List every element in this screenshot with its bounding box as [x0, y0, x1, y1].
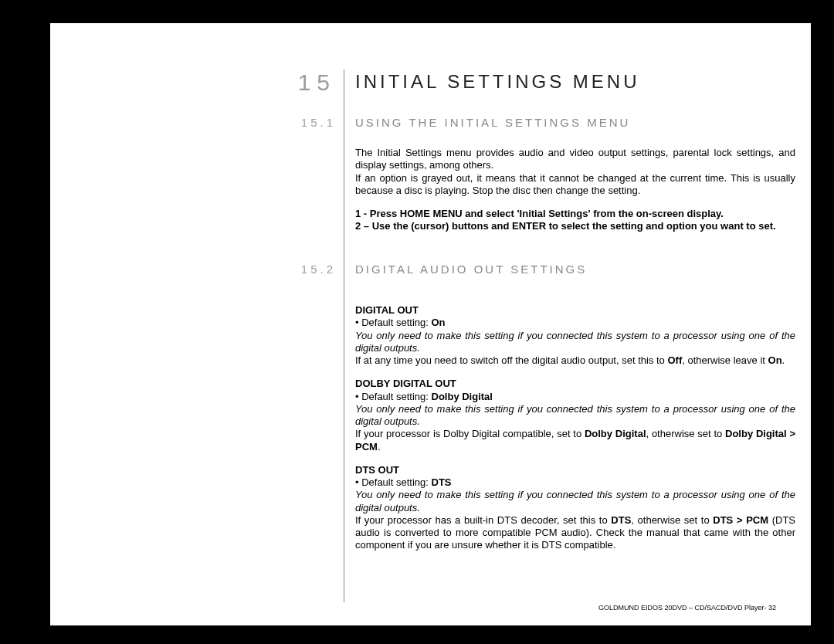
section-body: DIGITAL OUT • Default setting: On You on…	[355, 293, 795, 552]
default-setting: • Default setting: DTS	[355, 476, 795, 489]
default-value: Dolby Digital	[432, 391, 493, 402]
page-footer: GOLDMUND EIDOS 20DVD – CD/SACD/DVD Playe…	[598, 604, 776, 612]
default-label: • Default setting:	[355, 391, 432, 402]
section-number: 15.2	[301, 263, 336, 276]
default-value: On	[432, 317, 446, 328]
description: If your processor has a built-in DTS dec…	[355, 514, 795, 552]
paragraph: The Initial Settings menu provides audio…	[355, 147, 795, 172]
text: , otherwise set to	[631, 514, 713, 526]
section-title-cell: USING THE INITIAL SETTINGS MENU	[355, 116, 795, 130]
step: 2 – Use the (cursor) buttons and ENTER t…	[355, 220, 795, 232]
section-number-cell: 15.1	[50, 116, 336, 130]
section-title: USING THE INITIAL SETTINGS MENU	[355, 116, 630, 129]
note: You only need to make this setting if yo…	[355, 489, 795, 514]
chapter-number: 15	[298, 69, 336, 95]
default-setting: • Default setting: On	[355, 317, 795, 329]
value-off: Off	[667, 354, 682, 366]
text: If your processor is Dolby Digital compa…	[355, 428, 585, 439]
text: If at any time you need to switch off th…	[355, 354, 667, 366]
default-label: • Default setting:	[355, 317, 432, 328]
default-label: • Default setting:	[355, 476, 432, 488]
setting-heading: DIGITAL OUT	[355, 304, 795, 317]
value-dts: DTS	[611, 514, 631, 526]
section-number: 15.1	[301, 116, 336, 129]
description: If your processor is Dolby Digital compa…	[355, 428, 795, 453]
note: You only need to make this setting if yo…	[355, 403, 795, 429]
vertical-divider	[344, 69, 344, 602]
text: If your processor has a built-in DTS dec…	[355, 514, 611, 526]
default-value: DTS	[432, 476, 452, 488]
text: , otherwise leave it	[682, 354, 768, 366]
chapter-number-cell: 15	[50, 69, 336, 96]
note: You only need to make this setting if yo…	[355, 330, 795, 355]
section-body: The Initial Settings menu provides audio…	[355, 147, 795, 233]
setting-heading: DOLBY DIGITAL OUT	[355, 378, 795, 390]
step: 1 - Press HOME MENU and select 'Initial …	[355, 208, 795, 220]
value-dolby: Dolby Digital	[585, 428, 646, 439]
description: If at any time you need to switch off th…	[355, 354, 795, 367]
document-page: 15 INITIAL SETTINGS MENU 15.1 USING THE …	[50, 23, 811, 625]
section-number-cell: 15.2	[50, 263, 336, 276]
text: .	[782, 354, 785, 366]
section-title-cell: DIGITAL AUDIO OUT SETTINGS	[355, 263, 795, 276]
value-on: On	[768, 354, 782, 366]
section-title: DIGITAL AUDIO OUT SETTINGS	[355, 263, 587, 276]
chapter-title-cell: INITIAL SETTINGS MENU	[355, 71, 795, 93]
text: .	[378, 441, 381, 452]
setting-heading: DTS OUT	[355, 464, 795, 476]
chapter-title: INITIAL SETTINGS MENU	[355, 71, 639, 92]
default-setting: • Default setting: Dolby Digital	[355, 391, 795, 403]
value-dts-pcm: DTS > PCM	[713, 514, 768, 526]
text: , otherwise set to	[646, 428, 726, 439]
paragraph: If an option is grayed out, it means tha…	[355, 172, 795, 198]
